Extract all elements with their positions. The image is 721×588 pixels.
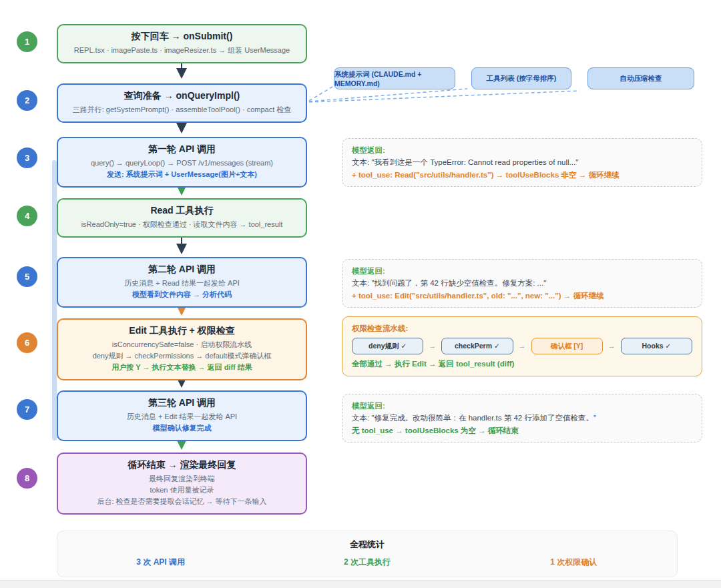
annotation-label: 权限检查流水线: xyxy=(352,322,692,334)
annotation-text: 文本: "找到问题了，第 42 行缺少空值检查。修复方案: ..." xyxy=(352,277,692,289)
step-detail: REPL.tsx · imagePaste.ts · imageResizer.… xyxy=(65,45,299,56)
step-badge-2: 2 xyxy=(17,90,37,111)
step-detail: 后台: 检查是否需要提取会话记忆 → 等待下一条输入 xyxy=(65,496,299,507)
annotation-label: 模型返回: xyxy=(352,144,692,156)
step-badge-1: 1 xyxy=(17,31,37,52)
step-badge-3: 3 xyxy=(17,148,37,168)
step-detail: isConcurrencySafe=false · 启动权限流水线 xyxy=(65,339,299,350)
step-detail: 历史消息 + Read 结果一起发给 API xyxy=(65,278,299,289)
step-title: 第一轮 API 调用 xyxy=(65,143,299,156)
step-box-submit: 按下回车 → onSubmit() REPL.tsx · imagePaste.… xyxy=(57,24,307,63)
pipeline-arrow: → xyxy=(608,340,616,352)
step-detail: 三路并行: getSystemPrompt() · assembleToolPo… xyxy=(65,104,299,115)
annotation-text: 文本: "修复完成。改动很简单：在 handler.ts 第 42 行添加了空值… xyxy=(352,412,692,424)
step-box-api-call-3: 第三轮 API 调用 历史消息 + Edit 结果一起发给 API 模型确认修复… xyxy=(57,390,307,441)
annotation-result: + tool_use: Read("src/utils/handler.ts")… xyxy=(352,169,692,181)
annotation-result: + tool_use: Edit("src/utils/handler.ts",… xyxy=(352,290,692,302)
pipeline-chip-check-perm: checkPerm ✓ xyxy=(441,338,513,354)
step-badge-4: 4 xyxy=(17,206,37,226)
parallel-task-tool-list: 工具列表 (按字母排序) xyxy=(471,67,571,89)
step-detail-highlight: 模型确认修复完成 xyxy=(65,422,299,434)
annotation-model-response-2: 模型返回: 文本: "找到问题了，第 42 行缺少空值检查。修复方案: ..."… xyxy=(342,259,702,308)
step-detail: deny规则 → checkPermissions → default模式弹确认… xyxy=(65,350,299,362)
step-detail: query() → queryLoop() → POST /v1/message… xyxy=(65,158,299,169)
step-badge-6: 6 xyxy=(17,332,37,353)
flow-diagram-canvas: 1 2 3 4 5 6 7 8 按下回车 → onSubmit() REPL.t… xyxy=(0,0,721,588)
step-detail-highlight: 模型看到文件内容 → 分析代码 xyxy=(65,289,299,300)
parallel-task-auto-compact: 自动压缩检查 xyxy=(587,67,694,89)
annotation-model-response-1: 模型返回: 文本: "我看到这是一个 TypeError: Cannot rea… xyxy=(342,138,702,187)
step-title: 循环结束 → 渲染最终回复 xyxy=(65,459,299,471)
annotation-permission-pipeline: 权限检查流水线: deny规则 ✓ → checkPerm ✓ → 确认框 [Y… xyxy=(342,316,702,376)
step-box-api-call-2: 第二轮 API 调用 历史消息 + Read 结果一起发给 API 模型看到文件… xyxy=(57,257,307,308)
step-title: 按下回车 → onSubmit() xyxy=(65,31,299,43)
stat-api-calls: 3 次 API 调用 xyxy=(57,557,264,568)
pipeline-arrow: → xyxy=(429,340,436,352)
annotation-label: 模型返回: xyxy=(352,265,692,277)
step-detail: token 使用量被记录 xyxy=(65,485,299,496)
step-detail: 最终回复渲染到终端 xyxy=(65,473,299,485)
step-detail-highlight: 发送: 系统提示词 + UserMessage(图片+文本) xyxy=(65,169,299,180)
pipeline-arrow: → xyxy=(519,340,526,352)
pipeline-chip-deny-rules: deny规则 ✓ xyxy=(352,338,423,354)
step-detail-highlight: 用户按 Y → 执行文本替换 → 返回 diff 结果 xyxy=(65,362,299,373)
step-box-edit-tool: Edit 工具执行 + 权限检查 isConcurrencySafe=false… xyxy=(57,318,307,380)
step-box-query-prep: 查询准备 → onQueryImpl() 三路并行: getSystemProm… xyxy=(57,83,307,123)
step-detail: isReadOnly=true · 权限检查通过 · 读取文件内容 → tool… xyxy=(65,219,299,230)
step-badge-7: 7 xyxy=(17,399,37,420)
permission-pipeline: deny规则 ✓ → checkPerm ✓ → 确认框 [Y] → Hooks… xyxy=(352,338,692,354)
step-detail: 历史消息 + Edit 结果一起发给 API xyxy=(65,411,299,422)
step-title: 第三轮 API 调用 xyxy=(65,397,299,409)
annotation-label: 模型返回: xyxy=(352,400,692,412)
stats-panel: 全程统计 3 次 API 调用 2 次工具执行 1 次权限确认 xyxy=(57,531,678,577)
stats-row: 3 次 API 调用 2 次工具执行 1 次权限确认 xyxy=(57,557,677,568)
step-box-loop-end: 循环结束 → 渲染最终回复 最终回复渲染到终端 token 使用量被记录 后台:… xyxy=(57,453,307,515)
stat-permission-confirms: 1 次权限确认 xyxy=(471,557,677,568)
stats-title: 全程统计 xyxy=(57,539,677,551)
annotation-result: 无 tool_use → toolUseBlocks 为空 → 循环结束 xyxy=(352,424,692,436)
viewport-bottom-strip xyxy=(0,580,721,588)
step-title: Read 工具执行 xyxy=(65,205,299,217)
stat-tool-runs: 2 次工具执行 xyxy=(264,557,470,568)
step-title: 查询准备 → onQueryImpl() xyxy=(65,90,299,102)
annotation-text: 文本: "我看到这是一个 TypeError: Cannot read prop… xyxy=(352,156,692,168)
pipeline-chip-hooks: Hooks ✓ xyxy=(621,338,692,354)
step-title: 第二轮 API 调用 xyxy=(65,264,299,276)
step-badge-5: 5 xyxy=(17,266,37,287)
pipeline-chip-confirm-dialog: 确认框 [Y] xyxy=(531,338,603,354)
step-badge-8: 8 xyxy=(17,468,37,489)
step-title: Edit 工具执行 + 权限检查 xyxy=(65,325,299,337)
step-box-read-tool: Read 工具执行 isReadOnly=true · 权限检查通过 · 读取文… xyxy=(57,198,307,238)
step-box-api-call-1: 第一轮 API 调用 query() → queryLoop() → POST … xyxy=(57,137,307,188)
annotation-model-response-3: 模型返回: 文本: "修复完成。改动很简单：在 handler.ts 第 42 … xyxy=(342,394,702,443)
parallel-task-system-prompt: 系统提示词 (CLAUDE.md + MEMORY.md) xyxy=(334,67,455,89)
annotation-result: 全部通过 → 执行 Edit → 返回 tool_result (diff) xyxy=(352,358,692,370)
